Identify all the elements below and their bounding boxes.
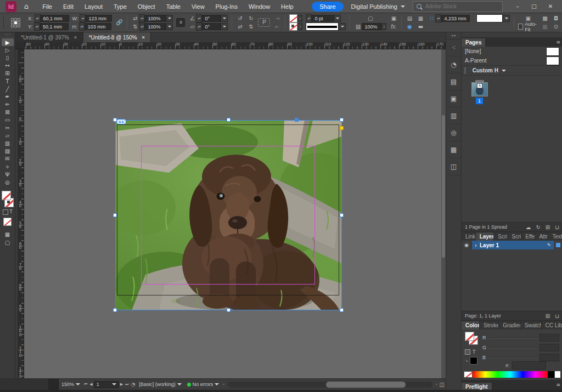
wrap-none-icon[interactable]: ▤ [406,15,413,22]
document-tab[interactable]: *Untitled-1 @ 397% ✕ [15,32,83,42]
home-icon[interactable]: ⌂ [24,2,29,10]
color-affects-container-icon[interactable] [465,349,470,355]
panel-tab[interactable]: CC Libr [542,321,562,329]
y-field[interactable]: 50,1 mm [40,23,69,30]
preflight-menu-button[interactable]: ◔ [130,382,136,387]
center-content-icon[interactable]: ⊙ [552,23,560,31]
last-page-button[interactable]: ⏭ [124,382,130,387]
handle-top-center[interactable] [227,118,231,122]
handle-bottom-right[interactable] [340,308,344,312]
channel-slider[interactable] [490,347,537,348]
h-stepper[interactable]: ▴▾ [79,22,85,31]
corner-options-icon[interactable]: ▢ [354,15,386,22]
shear-stepper[interactable]: ▴▾ [196,22,202,31]
zoom-level-dropdown[interactable]: 150% [59,382,83,387]
ruler-corner[interactable] [15,42,25,49]
tools-panel-grip[interactable] [0,32,15,37]
handle-top-extra[interactable] [295,118,299,122]
fill-arrow[interactable]: › [297,15,302,22]
pages-footer-icon[interactable]: ↻ [536,224,540,230]
adobe-stock-search[interactable] [413,1,503,12]
panel-tab[interactable]: Text [548,232,562,241]
tool-button[interactable]: ✂ [2,124,14,132]
pages-panel-menu-icon[interactable]: ≡ [556,39,560,45]
dock-panel-icon[interactable]: ◎ [446,124,461,141]
stroke-weight-field[interactable]: 0 pt [312,15,334,22]
screen-mode-icon[interactable]: ▦ [5,231,10,237]
content-aware-fit-icon[interactable]: ▦ [541,23,549,31]
close-tab-icon[interactable]: ✕ [142,35,145,40]
channel-slider[interactable] [490,357,537,358]
stock-search-input[interactable] [424,3,487,10]
dock-panel-icon[interactable]: ▦ [446,141,461,158]
next-page-button[interactable]: ▶ [119,382,124,387]
horizontal-ruler[interactable]: 5040302010010203040506070809010011012013… [25,42,446,49]
layer-visibility-eye-icon[interactable]: ◉ [462,242,472,248]
handle-bottom-center[interactable] [227,308,231,312]
vertical-ruler[interactable]: 20100102030405060708090100110120 [18,49,24,378]
tool-button[interactable]: ▨ [2,147,14,155]
horizontal-scrollbar-thumb[interactable] [326,382,406,388]
layers-footer-icon[interactable]: ⊞ [546,313,550,319]
dock-panel-icon[interactable]: ◔ [446,56,461,73]
constrain-scale-icon[interactable]: 8 [176,18,185,27]
dock-panel-icon[interactable]: ▥ [446,107,461,124]
menu-item[interactable]: Window [244,2,275,12]
tool-button[interactable]: ⊞ [2,70,14,77]
fx-icon[interactable]: fx. [390,23,397,31]
panel-tab[interactable]: Color [462,321,480,329]
menu-item[interactable]: Plug-Ins [211,2,243,12]
window-control-button[interactable]: ✕ [543,2,558,12]
fill-swatch[interactable] [289,14,297,22]
rotation-field[interactable]: 0° [202,15,221,22]
rotation-dropdown[interactable] [221,15,228,22]
document-canvas[interactable] [24,49,441,378]
page-number-field[interactable]: 1 [94,381,119,388]
channel-value-box[interactable] [539,334,559,342]
autofit-checkbox[interactable] [518,24,523,30]
channel-slider[interactable] [490,337,537,338]
stroke-style-arrow[interactable] [339,23,346,30]
menu-item[interactable]: Object [133,2,160,12]
flip-vertical-icon[interactable]: ⇅ [247,23,255,31]
shear-dropdown[interactable] [221,23,228,30]
panel-tab[interactable]: Stroke [480,321,499,329]
placed-image-frame[interactable] [115,120,342,310]
x-field[interactable]: 60,1 mm [41,15,69,22]
dock-panel-icon[interactable]: ▣ [446,90,461,107]
tool-button[interactable]: ✏ [2,101,14,109]
menu-item[interactable]: File [37,2,57,12]
prev-page-button[interactable]: ◀ [88,382,93,387]
tool-button[interactable]: ▯ [2,54,14,61]
apply-none-button[interactable] [3,218,12,226]
wrap-shape-icon[interactable]: ▦ [417,15,424,22]
rotation-stepper[interactable]: ▴▾ [196,14,202,22]
panel-tab[interactable]: Scri [494,232,508,241]
shadow-color-arrow[interactable] [503,15,510,22]
menu-item[interactable]: Help [276,2,299,12]
color-fill-stroke-swatches[interactable] [465,332,479,346]
stroke-arrow[interactable]: › [297,23,302,30]
handle-middle-left[interactable] [113,213,117,217]
preflight-menu-icon[interactable]: ≡ [556,382,560,388]
frame-badge[interactable] [116,119,126,124]
page-thumbnail-wrap[interactable]: A [471,80,488,96]
handle-bottom-left[interactable] [113,308,117,312]
ramp-none-swatch[interactable] [464,371,473,378]
dock-panel-icon[interactable]: ▤ [446,73,461,90]
ramp-white-swatch[interactable] [554,371,560,378]
stroke-swatch[interactable] [289,22,297,31]
layer-row[interactable]: ◉ › Layer 1 ✎ [462,241,562,249]
panel-tab[interactable]: Link [462,232,476,241]
hex-input[interactable] [512,361,546,370]
dock-panel-icon[interactable]: ⁖ [446,39,461,56]
ramp-black-swatch[interactable] [548,371,554,378]
vertical-scrollbar-thumb[interactable] [442,115,445,258]
scale-x-stepper[interactable]: ▴▾ [139,14,145,22]
panel-tab[interactable]: Layers [476,232,494,241]
rotate-ccw-icon[interactable]: ↺ [236,15,244,22]
tool-button[interactable]: ◎ [2,178,14,186]
panel-tab[interactable]: Scri [508,232,521,241]
w-field[interactable]: 123 mm [86,15,112,22]
master-page-row[interactable]: [None] [462,47,562,56]
